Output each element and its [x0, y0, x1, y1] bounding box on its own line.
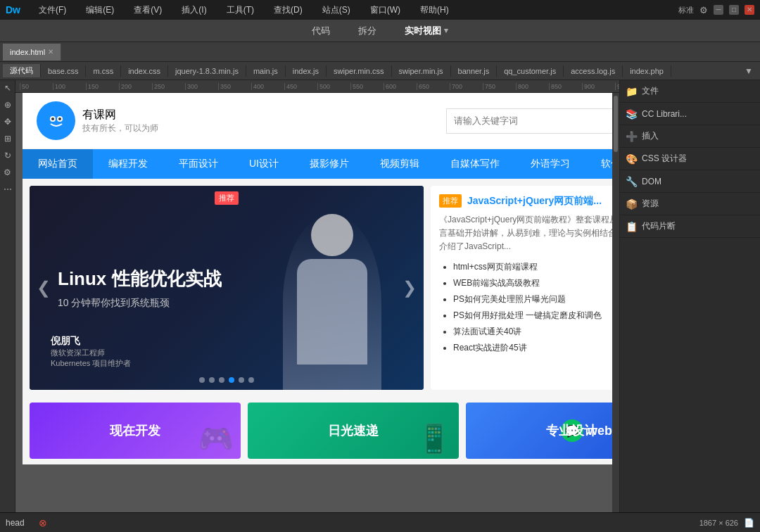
panel-item-files[interactable]: 📁 文件 — [620, 80, 760, 103]
nav-item-ui[interactable]: UI设计 — [234, 149, 294, 179]
list-item-2[interactable]: PS如何完美处理照片曝光问题 — [453, 293, 619, 305]
nav-item-home[interactable]: 网站首页 — [23, 149, 93, 179]
menu-file[interactable]: 文件(F) — [34, 4, 70, 16]
menu-site[interactable]: 站点(S) — [318, 4, 355, 16]
close-tab-icon[interactable]: ✕ — [48, 48, 53, 56]
code-tab-m-css[interactable]: m.css — [86, 65, 121, 77]
scroll-thumb[interactable] — [614, 96, 618, 152]
code-tab-base-css[interactable]: base.css — [41, 65, 86, 77]
hand-tool-icon[interactable]: ✥ — [1, 117, 14, 129]
banner-title: Linux 性能优化实战 — [58, 267, 222, 291]
nav-item-programming[interactable]: 编程开发 — [93, 149, 163, 179]
panel-item-insert[interactable]: ➕ 插入 — [620, 125, 760, 148]
code-tab-main-js[interactable]: main.js — [246, 65, 286, 77]
dot-3[interactable] — [219, 377, 224, 383]
error-dot: ⊗ — [39, 517, 47, 528]
logo-text: 有课网 技有所长，可以为师 — [82, 108, 158, 134]
code-tab-jquery[interactable]: jquery-1.8.3.min.js — [168, 65, 246, 77]
menu-window[interactable]: 窗口(W) — [366, 4, 405, 16]
tab-live-view[interactable]: 实时视图 ▾ — [393, 22, 460, 40]
menu-tools[interactable]: 工具(T) — [222, 4, 258, 16]
refresh-icon[interactable]: ↻ — [1, 151, 14, 163]
dot-1[interactable] — [199, 377, 205, 383]
more-tools-icon[interactable]: ⋯ — [1, 184, 14, 197]
vertical-scrollbar[interactable] — [612, 93, 619, 512]
menu-edit[interactable]: 编辑(E) — [82, 4, 118, 16]
dot-2[interactable] — [209, 377, 215, 383]
site-search: 🔍 搜索 — [446, 108, 619, 134]
pointer-tool-icon[interactable]: ⊕ — [1, 100, 14, 113]
nav-item-language[interactable]: 外语学习 — [515, 149, 585, 179]
code-tab-index-js[interactable]: index.js — [286, 65, 327, 77]
recommend-panel: 推荐 JavaScript+jQuery网页前端... 《JavaScript+… — [431, 186, 619, 390]
site-logo: 有课网 技有所长，可以为师 — [37, 101, 158, 140]
nav-item-media[interactable]: 自媒体写作 — [435, 149, 515, 179]
banner-next-arrow[interactable]: ❯ — [403, 278, 417, 298]
list-item-5[interactable]: React实战进阶45讲 — [453, 342, 619, 354]
panel-item-assets[interactable]: 📦 资源 — [620, 193, 760, 215]
list-item-4[interactable]: 算法面试通关40讲 — [453, 326, 619, 338]
panel-item-css[interactable]: 🎨 CSS 设计器 — [620, 148, 760, 170]
status-tag[interactable]: head — [6, 518, 25, 528]
banner-person-silhouette — [283, 214, 381, 390]
close-btn[interactable]: ✕ — [745, 5, 754, 15]
mode-label: 标准 — [678, 5, 694, 15]
zoom-tool-icon[interactable]: ⊞ — [1, 134, 14, 146]
dot-4[interactable] — [229, 377, 234, 383]
filter-icon[interactable]: ▼ — [740, 65, 757, 77]
minimize-btn[interactable]: ─ — [714, 5, 723, 15]
card-green[interactable]: 日光速递 📱 — [248, 403, 459, 459]
maximize-btn[interactable]: □ — [729, 5, 739, 15]
menu-view[interactable]: 查看(V) — [129, 4, 166, 16]
code-tab-swiper-js[interactable]: swiper.min.js — [392, 65, 451, 77]
code-tab-swiper-css[interactable]: swiper.min.css — [327, 65, 392, 77]
card-decoration-1: 📱 — [417, 422, 452, 455]
banner-author: 倪朋飞 微软资深工程师 Kubernetes 项目维护者 — [51, 335, 131, 369]
panel-item-cc[interactable]: 📚 CC Librari... — [620, 103, 760, 125]
menu-help[interactable]: 帮助(H) — [416, 4, 453, 16]
owl-icon — [45, 110, 68, 132]
logo-slogan: 技有所长，可以为师 — [82, 122, 158, 134]
code-tab-index-css[interactable]: index.css — [121, 65, 168, 77]
panel-item-dom[interactable]: 🔧 DOM — [620, 170, 760, 193]
code-tab-banner-js[interactable]: banner.js — [451, 65, 498, 77]
recommend-tag: 推荐 — [439, 194, 462, 208]
card-blue[interactable]: 专业设计 💬 web前端开发 — [466, 403, 619, 459]
cc-icon: 📚 — [626, 108, 638, 120]
list-item-3[interactable]: PS如何用好批处理 一键搞定磨皮和调色 — [453, 310, 619, 322]
panel-item-snippets[interactable]: 📋 代码片断 — [620, 215, 760, 238]
search-input[interactable] — [446, 108, 615, 134]
card-label-1: 日光速递 — [328, 422, 379, 439]
code-tab-index-php[interactable]: index.php — [623, 65, 671, 77]
logo-icon — [37, 101, 75, 140]
left-toolbar: ↖ ⊕ ✥ ⊞ ↻ ⚙ ⋯ — [0, 80, 15, 512]
live-view-dropdown-icon[interactable]: ▾ — [444, 26, 448, 35]
status-bar-left: head ⊗ — [6, 517, 47, 528]
list-item-1[interactable]: WEB前端实战高级教程 — [453, 277, 619, 289]
dot-5[interactable] — [239, 377, 244, 383]
menu-find[interactable]: 查找(D) — [270, 4, 307, 16]
code-tab-source[interactable]: 源代码 — [3, 64, 41, 77]
settings-tool-icon[interactable]: ⚙ — [1, 167, 14, 180]
file-tab-index[interactable]: index.html ✕ — [3, 44, 61, 61]
banner-prev-arrow[interactable]: ❮ — [37, 278, 51, 298]
code-tab-access-js[interactable]: access.log.js — [564, 65, 623, 77]
title-bar: Dw 文件(F) 编辑(E) 查看(V) 插入(I) 工具(T) 查找(D) 站… — [0, 0, 760, 20]
select-tool-icon[interactable]: ↖ — [1, 83, 14, 96]
nav-item-photo[interactable]: 摄影修片 — [294, 149, 365, 179]
tab-split[interactable]: 拆分 — [347, 22, 388, 40]
banner-subtitle: 10 分钟帮你找到系统瓶颈 — [58, 297, 222, 310]
nav-item-video[interactable]: 视频剪辑 — [365, 149, 435, 179]
menu-insert[interactable]: 插入(I) — [177, 4, 210, 16]
file-tabs-bar: index.html ✕ — [0, 42, 760, 62]
dot-6[interactable] — [248, 377, 254, 383]
nav-item-design[interactable]: 平面设计 — [163, 149, 234, 179]
recommend-course-name[interactable]: JavaScript+jQuery网页前端... — [467, 195, 602, 208]
code-tab-qq-js[interactable]: qq_customer.js — [497, 65, 564, 77]
assets-icon: 📦 — [626, 198, 638, 210]
ruler: 50 100 150 200 250 300 350 400 450 500 5… — [15, 80, 619, 93]
list-item-0[interactable]: html+css网页前端课程 — [453, 261, 619, 273]
tab-code[interactable]: 代码 — [300, 22, 341, 40]
gear-icon[interactable]: ⚙ — [699, 5, 708, 15]
card-purple[interactable]: 现在开发 🎮 — [30, 403, 241, 459]
